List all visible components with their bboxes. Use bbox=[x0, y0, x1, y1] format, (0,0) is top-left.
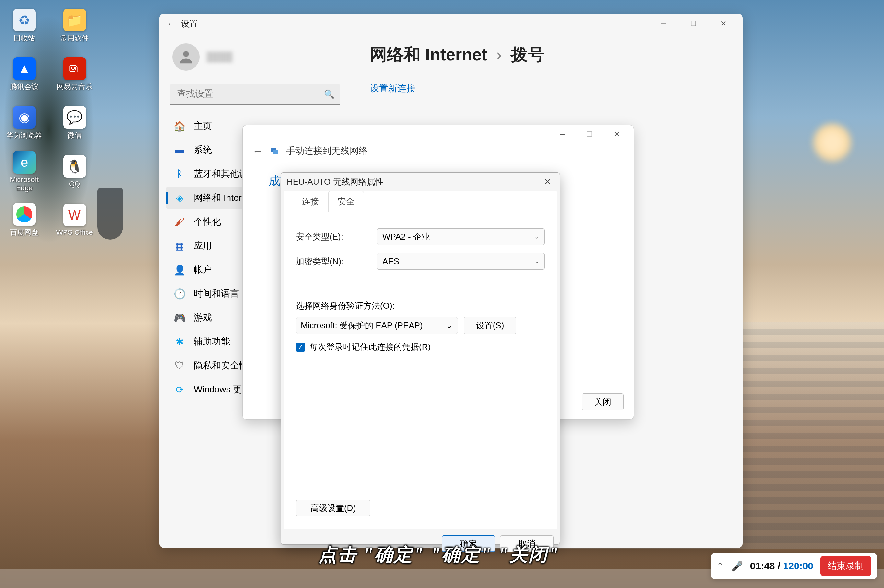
collapse-icon[interactable]: ⌃ bbox=[717, 561, 724, 571]
breadcrumb: 网络和 Internet › 拨号 bbox=[370, 44, 723, 66]
dialog-close-button[interactable]: ✕ bbox=[541, 175, 554, 188]
remember-credentials-label: 每次登录时记住此连接的凭据(R) bbox=[310, 341, 431, 352]
wechat-icon[interactable]: 💬微信 bbox=[53, 100, 96, 146]
network-icon bbox=[269, 146, 280, 156]
security-type-select[interactable]: WPA2 - 企业⌄ bbox=[377, 228, 545, 245]
wifi-icon: ◈ bbox=[174, 192, 185, 204]
dialog-title: HEU-AUTO 无线网络属性 bbox=[287, 176, 384, 188]
window-title: 设置 bbox=[181, 18, 198, 30]
user-profile[interactable]: ████ bbox=[166, 40, 344, 80]
wizard-maximize-button[interactable]: ☐ bbox=[576, 127, 603, 142]
avatar-icon bbox=[172, 44, 200, 70]
system-icon: ▬ bbox=[174, 144, 185, 156]
update-icon: ⟳ bbox=[174, 384, 185, 395]
security-type-label: 安全类型(E): bbox=[296, 231, 377, 243]
wizard-close-btn[interactable]: 关闭 bbox=[582, 393, 624, 410]
search-input[interactable] bbox=[170, 84, 340, 105]
back-button[interactable]: ← bbox=[164, 16, 178, 31]
microphone-icon[interactable]: 🎤 bbox=[731, 561, 743, 572]
person-icon: 👤 bbox=[174, 264, 185, 276]
chevron-down-icon: ⌄ bbox=[534, 258, 539, 265]
recording-time: 01:48 / 120:00 bbox=[750, 561, 813, 572]
home-icon: 🏠 bbox=[174, 120, 185, 132]
brush-icon: 🖌 bbox=[174, 216, 185, 228]
auth-method-select[interactable]: Microsoft: 受保护的 EAP (PEAP)⌄ bbox=[296, 317, 458, 334]
gamepad-icon: 🎮 bbox=[174, 312, 185, 324]
wizard-title: 手动连接到无线网络 bbox=[286, 145, 368, 157]
desktop-icons-grid: ♻回收站 📁常用软件 ▲腾讯会议 ෧网易云音乐 ◉华为浏览器 💬微信 eMicr… bbox=[3, 3, 101, 243]
setup-new-connection-link[interactable]: 设置新连接 bbox=[370, 82, 723, 94]
wizard-minimize-button[interactable]: ─ bbox=[549, 127, 576, 142]
apps-icon: ▦ bbox=[174, 240, 185, 252]
svg-point-0 bbox=[183, 51, 189, 57]
subtitle-text: 点击 "确定" "确定" "关闭" bbox=[319, 543, 560, 567]
wireless-properties-dialog: HEU-AUTO 无线网络属性 ✕ 连接 安全 安全类型(E): WPA2 - … bbox=[281, 172, 560, 544]
tencent-meeting-icon[interactable]: ▲腾讯会议 bbox=[3, 52, 45, 97]
chevron-down-icon: ⌄ bbox=[446, 321, 453, 331]
stop-recording-button[interactable]: 结束录制 bbox=[821, 556, 871, 576]
search-icon: 🔍 bbox=[324, 89, 334, 99]
minimize-button[interactable]: ─ bbox=[649, 15, 678, 33]
tab-security[interactable]: 安全 bbox=[328, 191, 364, 212]
qq-icon[interactable]: 🐧QQ bbox=[53, 149, 96, 194]
svg-rect-2 bbox=[272, 150, 278, 154]
remember-credentials-checkbox[interactable]: ✓ bbox=[296, 343, 305, 352]
edge-icon[interactable]: eMicrosoft Edge bbox=[3, 149, 45, 194]
wizard-close-button[interactable]: ✕ bbox=[603, 127, 630, 142]
close-button[interactable]: ✕ bbox=[708, 15, 738, 33]
breadcrumb-current: 拨号 bbox=[511, 44, 544, 66]
dialog-tabs: 连接 安全 bbox=[284, 191, 557, 212]
encryption-type-select[interactable]: AES⌄ bbox=[377, 253, 545, 270]
encryption-type-label: 加密类型(N): bbox=[296, 256, 377, 267]
search-settings[interactable]: 🔍 bbox=[170, 84, 340, 105]
breadcrumb-separator: › bbox=[496, 45, 502, 64]
auth-method-label: 选择网络身份验证方法(O): bbox=[296, 300, 545, 312]
chevron-down-icon: ⌄ bbox=[534, 233, 539, 240]
folder-common-software[interactable]: 📁常用软件 bbox=[53, 3, 96, 49]
subtitle-overlay: 点击 "确定" "确定" "关闭" bbox=[217, 543, 661, 567]
user-name-blurred: ████ bbox=[207, 52, 232, 62]
wizard-back-button[interactable]: ← bbox=[253, 145, 263, 157]
clock-icon: 🕐 bbox=[174, 288, 185, 300]
recycle-bin-icon[interactable]: ♻回收站 bbox=[3, 3, 45, 49]
wps-office-icon[interactable]: WWPS Office bbox=[53, 198, 96, 243]
shield-icon: 🛡 bbox=[174, 360, 185, 371]
bluetooth-icon: ᛒ bbox=[174, 168, 185, 180]
maximize-button[interactable]: ☐ bbox=[678, 15, 708, 33]
tab-connection[interactable]: 连接 bbox=[293, 191, 328, 212]
netease-music-icon[interactable]: ෧网易云音乐 bbox=[53, 52, 96, 97]
breadcrumb-parent[interactable]: 网络和 Internet bbox=[370, 44, 487, 66]
advanced-settings-button[interactable]: 高级设置(D) bbox=[296, 500, 370, 516]
auth-settings-button[interactable]: 设置(S) bbox=[464, 316, 516, 334]
baidu-netdisk-icon[interactable]: 百度网盘 bbox=[3, 198, 45, 243]
accessibility-icon: ✱ bbox=[174, 336, 185, 347]
huawei-browser-icon[interactable]: ◉华为浏览器 bbox=[3, 100, 45, 146]
screen-recording-bar: ⌃ 🎤 01:48 / 120:00 结束录制 bbox=[711, 553, 877, 579]
